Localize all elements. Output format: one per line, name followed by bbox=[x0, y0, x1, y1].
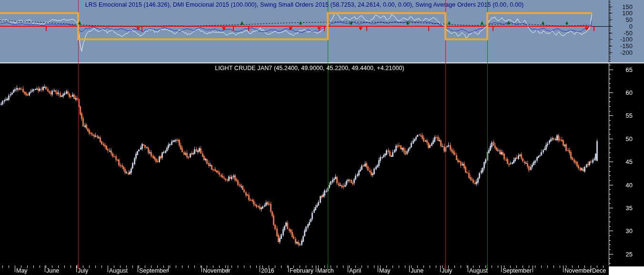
axis-corner bbox=[609, 266, 644, 275]
indicator-title: LRS Emocional 2015 (146.326), DMI Emocio… bbox=[0, 1, 609, 8]
month-label: August bbox=[469, 268, 488, 274]
price-axis-label: 50 bbox=[611, 136, 633, 142]
month-label: November bbox=[564, 268, 592, 274]
month-label: July bbox=[78, 268, 88, 274]
indicator-axis-label: 0 bbox=[611, 23, 633, 30]
month-label: 2016 bbox=[261, 268, 274, 274]
month-label: May bbox=[16, 268, 28, 274]
price-title: LIGHT CRUDE JAN7 (45.2400, 49.9000, 45.2… bbox=[0, 65, 619, 71]
trading-chart-window: LRS Emocional 2015 (146.326), DMI Emocio… bbox=[0, 0, 644, 275]
chart-canvas[interactable] bbox=[0, 0, 644, 275]
month-label: June bbox=[411, 268, 423, 274]
month-label: Dece bbox=[592, 268, 606, 274]
price-axis-label: 25 bbox=[611, 251, 633, 257]
month-label: February bbox=[290, 268, 313, 274]
price-axis-label: 55 bbox=[611, 112, 633, 119]
indicator-axis-label: -100 bbox=[611, 36, 633, 42]
price-axis-label: 35 bbox=[611, 205, 633, 211]
month-label: August bbox=[109, 268, 128, 274]
month-label: September bbox=[503, 268, 532, 274]
month-label: May bbox=[379, 268, 391, 274]
price-axis-label: 60 bbox=[611, 90, 633, 96]
month-label: September bbox=[139, 268, 168, 274]
month-label: April bbox=[349, 268, 361, 274]
indicator-axis-label: 50 bbox=[611, 17, 633, 23]
indicator-axis-label: 100 bbox=[611, 10, 633, 16]
indicator-axis-label: -200 bbox=[611, 50, 633, 56]
price-axis-label: 45 bbox=[611, 159, 633, 165]
month-label: March bbox=[317, 268, 334, 274]
month-label: July bbox=[442, 268, 452, 274]
indicator-axis-label: -150 bbox=[611, 43, 633, 49]
price-axis-label: 30 bbox=[611, 228, 633, 234]
month-label: November bbox=[203, 268, 231, 274]
price-axis-label: 40 bbox=[611, 182, 633, 188]
month-label: June bbox=[46, 268, 59, 274]
